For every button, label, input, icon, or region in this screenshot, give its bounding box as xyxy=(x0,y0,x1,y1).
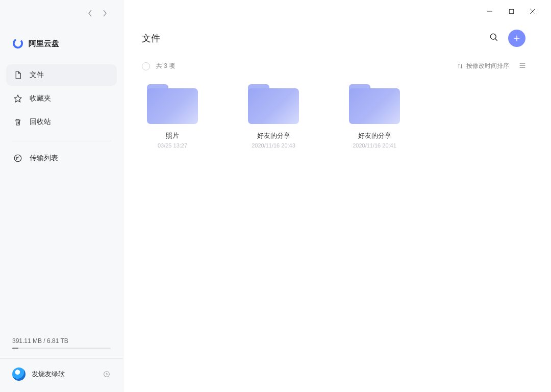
folder-name: 照片 xyxy=(166,131,179,140)
svg-point-3 xyxy=(104,372,110,377)
folder-icon xyxy=(349,84,400,124)
close-button[interactable] xyxy=(530,8,536,14)
search-button[interactable] xyxy=(489,32,499,44)
sort-button[interactable]: 按修改时间排序 xyxy=(457,62,509,70)
divider xyxy=(12,141,111,141)
storage-bar xyxy=(12,348,111,349)
user-name: 发烧友绿软 xyxy=(32,370,96,379)
storage-text: 391.11 MB / 6.81 TB xyxy=(12,337,111,345)
sort-label: 按修改时间排序 xyxy=(466,62,509,70)
back-button[interactable] xyxy=(88,9,93,19)
search-icon xyxy=(489,32,499,42)
storage-usage: 391.11 MB / 6.81 TB xyxy=(0,337,123,353)
folder-icon xyxy=(248,84,299,124)
forward-button[interactable] xyxy=(102,9,107,19)
user-row[interactable]: 发烧友绿软 xyxy=(0,359,123,392)
minimize-button[interactable] xyxy=(487,8,493,14)
sidebar-item-trash[interactable]: 回收站 xyxy=(6,111,117,133)
sidebar-item-label: 文件 xyxy=(30,70,44,80)
svg-point-2 xyxy=(14,155,21,162)
secondary-menu: 传输列表 xyxy=(0,148,123,171)
folder-name: 好友的分享 xyxy=(358,131,391,140)
folder-item[interactable]: 好友的分享 2020/11/16 20:41 xyxy=(344,84,405,149)
sort-icon xyxy=(457,63,463,69)
folder-date: 2020/11/16 20:41 xyxy=(353,142,396,149)
sidebar-item-label: 回收站 xyxy=(30,117,51,127)
svg-point-8 xyxy=(490,34,496,39)
maximize-button[interactable] xyxy=(508,8,514,14)
page-header: 文件 xyxy=(123,14,551,58)
select-all-checkbox[interactable] xyxy=(142,62,150,70)
sidebar-item-files[interactable]: 文件 xyxy=(6,64,117,86)
svg-rect-5 xyxy=(509,9,513,13)
brand-name: 阿里云盘 xyxy=(29,39,59,48)
folder-grid: 照片 03/25 13:27 好友的分享 2020/11/16 20:43 好友… xyxy=(123,80,551,153)
plus-icon xyxy=(512,34,521,43)
trash-icon xyxy=(13,117,22,127)
page-title: 文件 xyxy=(142,32,480,44)
main-area: 文件 共 3 项 按修改时间排序 照片 03/25 13:27 好友的分享 20… xyxy=(123,0,551,392)
main-menu: 文件 收藏夹 回收站 xyxy=(0,64,123,135)
folder-item[interactable]: 照片 03/25 13:27 xyxy=(142,84,203,149)
list-view-icon xyxy=(518,61,527,69)
history-nav xyxy=(71,0,123,19)
folder-item[interactable]: 好友的分享 2020/11/16 20:43 xyxy=(243,84,304,149)
star-icon xyxy=(13,94,22,103)
sidebar-item-label: 传输列表 xyxy=(30,154,58,163)
svg-line-9 xyxy=(495,39,497,41)
file-icon xyxy=(13,70,22,80)
avatar xyxy=(12,368,26,381)
sidebar-item-label: 收藏夹 xyxy=(30,94,51,103)
brand: 阿里云盘 xyxy=(0,19,123,64)
item-count: 共 3 项 xyxy=(156,62,457,70)
toolbar: 共 3 项 按修改时间排序 xyxy=(123,58,551,80)
settings-icon[interactable] xyxy=(103,370,111,378)
svg-point-0 xyxy=(12,38,23,49)
add-button[interactable] xyxy=(508,30,525,47)
sidebar: 阿里云盘 文件 收藏夹 回收站 传输列表 391.11 MB / 6.81 TB… xyxy=(0,0,123,392)
sidebar-item-favorites[interactable]: 收藏夹 xyxy=(6,88,117,109)
svg-marker-1 xyxy=(14,95,21,102)
folder-name: 好友的分享 xyxy=(257,131,290,140)
folder-date: 03/25 13:27 xyxy=(158,142,187,149)
sidebar-item-transfers[interactable]: 传输列表 xyxy=(6,148,117,169)
view-toggle-button[interactable] xyxy=(518,61,527,71)
folder-date: 2020/11/16 20:43 xyxy=(252,142,295,149)
transfer-icon xyxy=(13,154,22,163)
window-controls xyxy=(123,0,551,14)
folder-icon xyxy=(147,84,198,124)
brand-logo-icon xyxy=(12,38,23,49)
